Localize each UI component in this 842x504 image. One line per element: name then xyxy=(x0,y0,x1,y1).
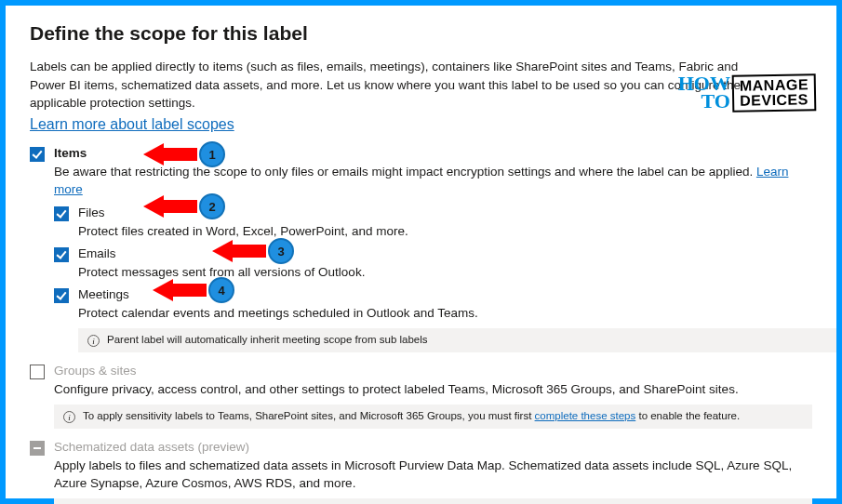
files-desc: Protect files created in Word, Excel, Po… xyxy=(78,223,812,241)
assets-checkbox[interactable] xyxy=(30,441,45,456)
page-title: Define the scope for this label xyxy=(30,22,812,45)
intro-text: Labels can be applied directly to items … xyxy=(30,58,765,113)
groups-info-suffix: to enable the feature. xyxy=(638,410,740,421)
groups-info-prefix: To apply sensitivity labels to Teams, Sh… xyxy=(83,410,535,421)
meetings-checkbox[interactable] xyxy=(54,288,69,303)
files-checkbox[interactable] xyxy=(54,206,69,221)
meetings-label: Meetings xyxy=(78,287,129,301)
annotation-arrow-2: 2 xyxy=(143,193,225,219)
assets-desc: Apply labels to files and schematized da… xyxy=(54,458,812,493)
items-checkbox[interactable] xyxy=(30,147,45,162)
emails-checkbox[interactable] xyxy=(54,247,69,262)
groups-label: Groups & sites xyxy=(54,364,137,378)
annotation-arrow-4: 4 xyxy=(153,277,234,303)
groups-info-link[interactable]: complete these steps xyxy=(535,410,636,421)
annotation-arrow-1: 1 xyxy=(143,141,225,167)
info-icon: i xyxy=(87,335,100,347)
emails-label: Emails xyxy=(78,246,116,260)
info-icon: i xyxy=(63,411,75,423)
learn-scopes-link[interactable]: Learn more about label scopes xyxy=(30,116,234,132)
label-scope-panel: Define the scope for this label Labels c… xyxy=(6,6,836,498)
assets-label: Schematized data assets (preview) xyxy=(54,440,249,454)
groups-desc: Configure privacy, access control, and o… xyxy=(54,381,812,399)
meetings-info-text: Parent label will automatically inherit … xyxy=(107,334,428,345)
annotation-arrow-3: 3 xyxy=(212,238,294,264)
items-label: Items xyxy=(54,146,87,160)
groups-checkbox[interactable] xyxy=(30,365,45,379)
brand-logo: HOW TO MANAGE DEVICES xyxy=(678,74,816,112)
files-label: Files xyxy=(78,206,105,219)
meetings-desc: Protect calendar events and meetings sch… xyxy=(78,305,812,323)
